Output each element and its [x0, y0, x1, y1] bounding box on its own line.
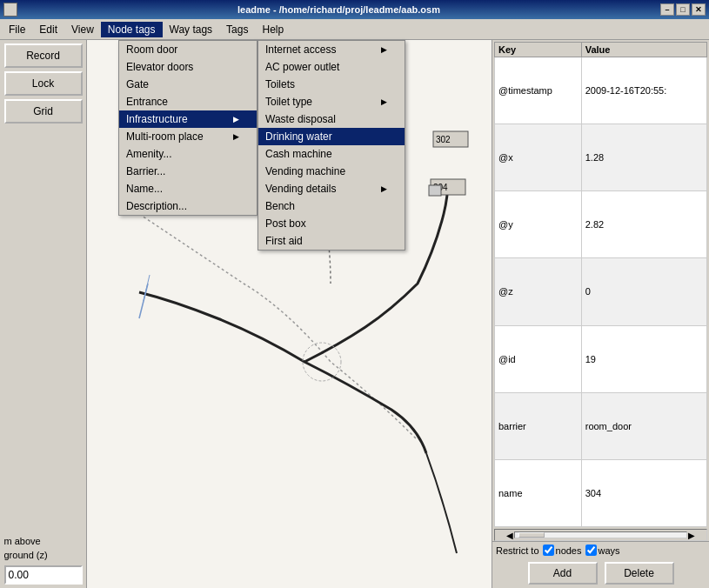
tag-value-cell: 304 — [581, 459, 706, 526]
tag-key-cell: @id — [495, 325, 582, 392]
menu-file[interactable]: File — [2, 22, 32, 37]
tag-key-cell: @x — [495, 124, 582, 191]
ways-checkbox-label[interactable]: ways — [585, 545, 620, 556]
col-value: Value — [581, 43, 706, 57]
menu-post-box[interactable]: Post box — [258, 215, 405, 232]
col-key: Key — [495, 43, 582, 57]
ground-label: m above ground (z) — [4, 535, 83, 562]
restrict-bar: Restrict to nodes ways — [492, 541, 709, 558]
nodes-checkbox[interactable] — [543, 545, 554, 556]
tag-key-cell: barrier — [495, 392, 582, 459]
tag-value-cell: 2.82 — [581, 191, 706, 258]
menu-bench[interactable]: Bench — [258, 197, 405, 215]
add-button[interactable]: Add — [528, 562, 598, 585]
table-row[interactable]: @id19 — [495, 325, 707, 392]
right-panel: Key Value @timestamp2009-12-16T20:55:@x1… — [492, 40, 709, 588]
menu-tags[interactable]: Tags — [219, 22, 255, 37]
menu-first-aid[interactable]: First aid — [258, 232, 405, 250]
tag-table: Key Value @timestamp2009-12-16T20:55:@x1… — [494, 42, 707, 527]
tag-key-cell: name — [495, 459, 582, 526]
ground-z-input[interactable] — [4, 565, 83, 585]
close-button[interactable]: ✕ — [692, 3, 706, 16]
record-button[interactable]: Record — [4, 43, 83, 68]
nodes-checkbox-label[interactable]: nodes — [543, 545, 582, 556]
menu-name[interactable]: Name... — [119, 180, 257, 197]
delete-button[interactable]: Delete — [605, 562, 674, 585]
minimize-button[interactable]: – — [660, 3, 674, 16]
scroll-track[interactable] — [514, 531, 687, 538]
scroll-left-btn[interactable]: ◀ — [505, 531, 514, 540]
menu-ac-power[interactable]: AC power outlet — [258, 58, 405, 76]
table-row[interactable]: @x1.28 — [495, 124, 707, 191]
table-row[interactable]: name304 — [495, 459, 707, 526]
scroll-thumb[interactable] — [518, 532, 545, 538]
node-tags-dropdown: Room door Elevator doors Gate Entrance I… — [118, 40, 258, 216]
table-row[interactable]: @y2.82 — [495, 191, 707, 258]
menu-elevator-doors[interactable]: Elevator doors — [119, 58, 257, 76]
ways-checkbox[interactable] — [585, 545, 597, 556]
table-row[interactable]: barrierroom_door — [495, 392, 707, 459]
menubar: File Edit View Node tags Way tags Tags H… — [0, 19, 709, 40]
menu-waste-disposal[interactable]: Waste disposal — [258, 110, 405, 128]
menu-barrier[interactable]: Barrier... — [119, 163, 257, 180]
restrict-label: Restrict to — [496, 545, 539, 556]
tag-value-cell: room_door — [581, 392, 706, 459]
menu-way-tags[interactable]: Way tags — [163, 22, 220, 37]
svg-text:302: 302 — [436, 135, 451, 144]
tag-value-cell: 0 — [581, 258, 706, 325]
menu-toilet-type[interactable]: Toilet type — [258, 93, 405, 110]
bottom-buttons: Add Delete — [492, 558, 709, 588]
menu-cash-machine[interactable]: Cash machine — [258, 145, 405, 163]
menu-toilets[interactable]: Toilets — [258, 76, 405, 93]
menu-node-tags[interactable]: Node tags — [101, 22, 163, 37]
menu-room-door[interactable]: Room door — [119, 41, 257, 58]
horizontal-scrollbar[interactable]: ◀ ▶ — [494, 529, 707, 541]
menu-amenity[interactable]: Amenity... — [119, 145, 257, 163]
menu-entrance[interactable]: Entrance — [119, 93, 257, 110]
table-row[interactable]: @timestamp2009-12-16T20:55: — [495, 57, 707, 124]
menu-view[interactable]: View — [64, 22, 101, 37]
left-sidebar: Record Lock Grid m above ground (z) — [0, 40, 87, 588]
menu-drinking-water[interactable]: Drinking water — [258, 128, 405, 145]
tag-value-cell: 1.28 — [581, 124, 706, 191]
menu-help[interactable]: Help — [255, 22, 291, 37]
menu-multi-room-place[interactable]: Multi-room place — [119, 128, 257, 145]
infrastructure-submenu: Internet access AC power outlet Toilets … — [258, 40, 405, 251]
maximize-button[interactable]: □ — [676, 3, 690, 16]
window-controls: – □ ✕ — [660, 3, 706, 16]
tag-value-cell: 2009-12-16T20:55: — [581, 57, 706, 124]
tag-value-cell: 19 — [581, 325, 706, 392]
menu-description[interactable]: Description... — [119, 197, 257, 215]
tag-key-cell: @y — [495, 191, 582, 258]
grid-button[interactable]: Grid — [4, 99, 83, 124]
menu-vending-machine[interactable]: Vending machine — [258, 163, 405, 180]
lock-button[interactable]: Lock — [4, 71, 83, 96]
table-row[interactable]: @z0 — [495, 258, 707, 325]
tag-key-cell: @z — [495, 258, 582, 325]
menu-infrastructure[interactable]: Infrastructure — [119, 110, 257, 128]
menu-gate[interactable]: Gate — [119, 76, 257, 93]
menu-internet-access[interactable]: Internet access — [258, 41, 405, 58]
menu-edit[interactable]: Edit — [32, 22, 64, 37]
window-title: leadme - /home/richard/proj/leadme/aab.o… — [237, 4, 440, 15]
tag-key-cell: @timestamp — [495, 57, 582, 124]
scroll-right-btn[interactable]: ▶ — [687, 531, 696, 540]
menu-vending-details[interactable]: Vending details — [258, 180, 405, 197]
titlebar: leadme - /home/richard/proj/leadme/aab.o… — [0, 0, 709, 19]
svg-rect-13 — [429, 185, 441, 196]
window-icon — [3, 3, 17, 17]
